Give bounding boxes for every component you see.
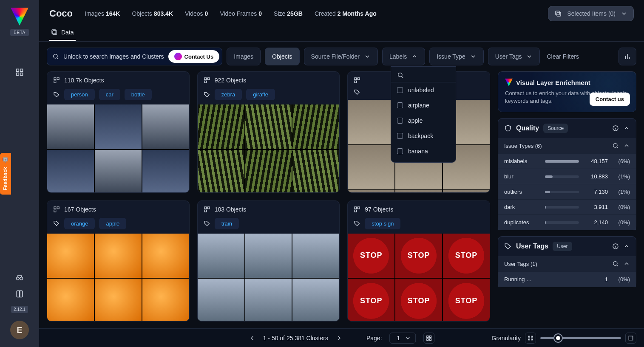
tag[interactable]: person — [64, 89, 95, 100]
tag[interactable]: stop sign — [365, 218, 400, 229]
dashboard-icon[interactable] — [13, 66, 26, 79]
checkbox[interactable] — [397, 148, 403, 154]
thumbnail[interactable] — [198, 104, 244, 149]
info-icon[interactable] — [612, 243, 619, 250]
filter-labels[interactable]: Labels — [382, 48, 425, 65]
thumbnail[interactable] — [443, 234, 490, 278]
thumbnail[interactable] — [245, 234, 292, 278]
filter-images[interactable]: Images — [227, 48, 261, 65]
thumbnail[interactable] — [47, 150, 94, 193]
search-box[interactable]: Unlock to search Images and Clusters Con… — [47, 48, 222, 65]
thumbnail[interactable] — [245, 104, 292, 149]
app-logo[interactable] — [11, 8, 28, 25]
thumbnail[interactable] — [292, 104, 339, 149]
thumbnail[interactable] — [292, 279, 339, 322]
thumbnail[interactable] — [348, 100, 394, 144]
checkbox[interactable] — [397, 102, 403, 108]
thumbnail[interactable] — [245, 279, 292, 322]
dropdown-item[interactable]: banana — [391, 144, 456, 159]
thumbnail[interactable] — [198, 150, 244, 193]
filter-user-tags[interactable]: User Tags — [488, 48, 540, 65]
dropdown-item[interactable]: unlabeled — [391, 82, 456, 98]
thumbnail[interactable] — [292, 234, 339, 278]
info-icon[interactable] — [612, 125, 619, 132]
tab-data[interactable]: Data — [49, 25, 76, 41]
thumbnail[interactable] — [443, 190, 490, 192]
thumbnail[interactable] — [47, 234, 94, 278]
enrichment-contact-button[interactable]: Contact us — [590, 93, 630, 106]
thumbnail[interactable] — [348, 190, 394, 192]
filter-source-file[interactable]: Source File/Folder — [304, 48, 378, 65]
avatar[interactable]: E — [10, 321, 29, 339]
user-pill[interactable]: User — [553, 242, 572, 251]
cluster-card[interactable]: 167 Objects orange apple — [47, 200, 190, 322]
slider-knob[interactable] — [554, 334, 562, 342]
tag[interactable]: giraffe — [246, 89, 275, 100]
granularity-slider[interactable] — [540, 337, 621, 339]
clear-filters-button[interactable]: Clear Filters — [547, 53, 579, 60]
thumbnail[interactable] — [443, 279, 490, 322]
cluster-card[interactable]: 110.7k Objects person car bottle — [47, 71, 190, 193]
thumbnail[interactable] — [245, 150, 292, 193]
grid-view-button[interactable] — [423, 333, 434, 344]
tag[interactable]: train — [215, 218, 239, 229]
thumbnail[interactable] — [395, 279, 442, 322]
thumbnail[interactable] — [95, 104, 142, 149]
chevron-up-icon[interactable] — [623, 243, 630, 250]
thumbnail[interactable] — [95, 234, 142, 278]
filter-objects[interactable]: Objects — [265, 48, 299, 65]
dropdown-item[interactable]: airplane — [391, 98, 456, 113]
user-tags-header[interactable]: User Tags (1) — [498, 256, 636, 271]
filter-issue-type[interactable]: Issue Type — [429, 48, 483, 65]
thumbnail[interactable] — [95, 150, 142, 193]
cluster-card[interactable]: 97 Objects stop sign — [347, 200, 490, 322]
issue-row[interactable]: outliers7,130(1%) — [498, 184, 636, 199]
tag[interactable]: car — [99, 89, 120, 100]
selected-items-button[interactable]: Selected Items (0) — [548, 6, 634, 21]
tag[interactable]: zebra — [215, 89, 242, 100]
chart-toggle-button[interactable] — [618, 48, 636, 65]
chevron-up-icon[interactable] — [623, 142, 630, 149]
chevron-up-icon[interactable] — [623, 260, 630, 267]
thumbnail[interactable] — [142, 234, 189, 278]
thumbnail[interactable] — [142, 150, 189, 193]
thumbnail[interactable] — [348, 279, 394, 322]
thumbnail[interactable] — [95, 279, 142, 322]
dropdown-item[interactable]: backpack — [391, 128, 456, 144]
dropdown-item[interactable]: apple — [391, 113, 456, 128]
granularity-large-button[interactable] — [625, 333, 636, 344]
issue-row[interactable]: blur10,883(1%) — [498, 169, 636, 184]
thumbnail[interactable] — [47, 279, 94, 322]
thumbnail[interactable] — [395, 234, 442, 278]
checkbox[interactable] — [397, 118, 403, 124]
cluster-card[interactable]: 103 Objects train — [197, 200, 340, 322]
page-select[interactable]: 1 — [390, 333, 416, 344]
source-pill[interactable]: Source — [543, 124, 568, 133]
thumbnail[interactable] — [142, 104, 189, 149]
thumbnail[interactable] — [47, 104, 94, 149]
contact-us-button[interactable]: Contact Us — [168, 50, 220, 63]
feedback-button[interactable]: Feedback 🤖 — [0, 153, 11, 195]
search-icon[interactable] — [612, 142, 619, 149]
chevron-right-icon[interactable] — [336, 335, 343, 341]
thumbnail[interactable] — [198, 234, 244, 278]
granularity-small-button[interactable] — [525, 333, 536, 344]
issue-row[interactable]: mislabels48,157(6%) — [498, 153, 636, 169]
issue-row[interactable]: duplicates2,140(0%) — [498, 214, 636, 230]
chevron-left-icon[interactable] — [249, 335, 255, 341]
issue-row[interactable]: dark3,911(0%) — [498, 199, 636, 214]
search-icon[interactable] — [612, 260, 619, 267]
cluster-card[interactable]: 922 Objects zebra giraffe — [197, 71, 340, 193]
thumbnail[interactable] — [142, 279, 189, 322]
thumbnail[interactable] — [292, 150, 339, 193]
user-tag-row[interactable]: Running …1(0%) — [498, 271, 636, 287]
binoculars-icon[interactable] — [15, 274, 24, 282]
checkbox[interactable] — [397, 87, 403, 93]
dropdown-search[interactable] — [391, 70, 456, 82]
checkbox[interactable] — [397, 133, 403, 139]
thumbnail[interactable] — [348, 234, 394, 278]
tag[interactable]: orange — [64, 218, 95, 229]
tag[interactable]: apple — [99, 218, 126, 229]
chevron-up-icon[interactable] — [623, 125, 630, 132]
book-icon[interactable] — [15, 290, 24, 298]
